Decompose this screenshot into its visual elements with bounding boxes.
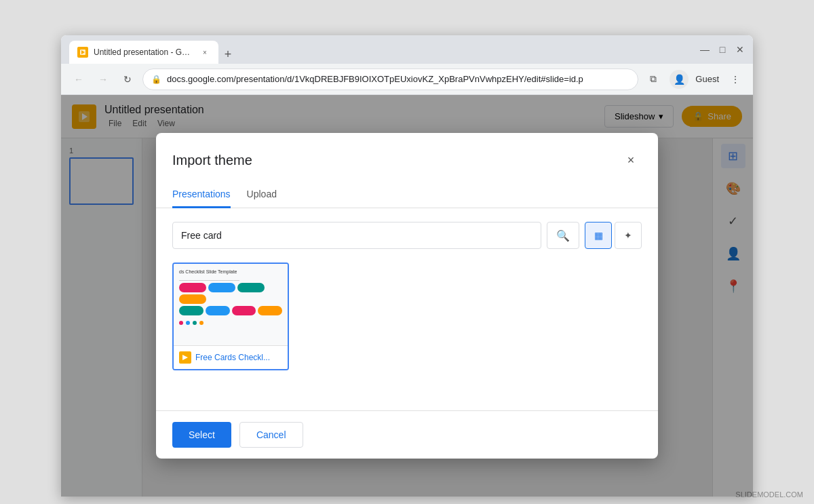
thumb-chip-7 (232, 306, 256, 315)
cancel-button[interactable]: Cancel (239, 422, 303, 448)
card-thumbnail: ds Checklist Slide Template ____________… (174, 264, 288, 345)
slides-app: Untitled presentation File Edit View Sli… (61, 95, 753, 497)
toolbar-right: ⧉ 👤 Guest ⋮ (644, 70, 745, 89)
guest-label: Guest (695, 74, 719, 84)
select-button[interactable]: Select (172, 422, 231, 448)
thumb-chip-6 (206, 306, 230, 315)
thumb-chip-2 (208, 283, 235, 292)
window-controls: — □ ✕ (700, 45, 745, 54)
dot-blue (186, 321, 190, 325)
search-input[interactable] (172, 222, 541, 249)
thumb-chip-5 (179, 306, 204, 315)
thumb-subtitle: ________________________________ (179, 277, 282, 281)
thumb-content: ds Checklist Slide Template ____________… (174, 264, 288, 330)
address-bar[interactable]: 🔒 docs.google.com/presentation/d/1VkqDRE… (142, 69, 638, 90)
thumb-chip-4 (179, 294, 206, 304)
extensions-button[interactable]: ⧉ (644, 70, 663, 89)
menu-button[interactable]: ⋮ (726, 70, 745, 89)
thumb-chip-3 (237, 283, 265, 292)
browser-tab[interactable]: Untitled presentation - Google S × (69, 41, 218, 64)
search-row: 🔍 ▦ ✦ (172, 222, 642, 249)
result-card[interactable]: ds Checklist Slide Template ____________… (172, 263, 289, 370)
reload-button[interactable]: ↻ (118, 70, 137, 89)
modal-tabs: Presentations Upload (156, 182, 658, 208)
lock-icon: 🔒 (151, 75, 161, 84)
import-theme-modal: Import theme × Presentations Upload (156, 133, 658, 459)
thumb-dots (179, 321, 282, 325)
thumb-title: ds Checklist Slide Template (179, 269, 282, 274)
tab-presentations[interactable]: Presentations (172, 182, 231, 208)
grid-view-button[interactable]: ▦ (585, 222, 612, 249)
maximize-button[interactable]: □ (718, 45, 727, 54)
grid-icon: ▦ (594, 230, 603, 241)
view-toggle: ▦ ✦ (585, 222, 642, 249)
modal-body: 🔍 ▦ ✦ (156, 208, 658, 410)
browser-titlebar: Untitled presentation - Google S × + — □… (61, 35, 753, 64)
dot-pink (179, 321, 183, 325)
svg-marker-4 (182, 355, 188, 360)
tab-bar: Untitled presentation - Google S × + (69, 35, 695, 64)
card-name: Free Cards Checkl... (195, 353, 270, 362)
dot-teal (193, 321, 197, 325)
thumb-row-2 (179, 306, 282, 315)
forward-button[interactable]: → (94, 70, 113, 89)
search-input-wrapper (172, 222, 541, 249)
thumb-row-1 (179, 283, 282, 304)
modal-header: Import theme × (156, 133, 658, 171)
list-icon: ✦ (624, 230, 632, 241)
address-text: docs.google.com/presentation/d/1VkqDREBJ… (167, 74, 583, 84)
modal-title: Import theme (172, 153, 252, 168)
results-grid: ds Checklist Slide Template ____________… (172, 263, 642, 370)
profile-button[interactable]: 👤 (670, 70, 689, 89)
dot-orange (199, 321, 204, 325)
tab-favicon (77, 47, 88, 58)
modal-close-button[interactable]: × (620, 149, 642, 171)
thumb-chip-1 (179, 283, 206, 292)
thumb-chip-8 (258, 306, 282, 315)
minimize-button[interactable]: — (700, 45, 710, 54)
close-window-button[interactable]: ✕ (735, 45, 745, 54)
search-button[interactable]: 🔍 (547, 222, 579, 249)
card-footer: Free Cards Checkl... (174, 345, 288, 369)
browser-toolbar: ← → ↻ 🔒 docs.google.com/presentation/d/1… (61, 64, 753, 95)
back-button[interactable]: ← (69, 70, 88, 89)
new-tab-button[interactable]: + (218, 45, 237, 64)
search-icon: 🔍 (556, 229, 570, 242)
browser-window: Untitled presentation - Google S × + — □… (61, 35, 753, 497)
tab-title: Untitled presentation - Google S (94, 47, 194, 57)
modal-overlay: Import theme × Presentations Upload (61, 95, 753, 497)
tab-upload[interactable]: Upload (247, 182, 277, 208)
card-icon (179, 351, 191, 364)
tab-close-btn[interactable]: × (199, 47, 210, 58)
list-view-button[interactable]: ✦ (615, 222, 642, 249)
modal-footer: Select Cancel (156, 410, 658, 459)
